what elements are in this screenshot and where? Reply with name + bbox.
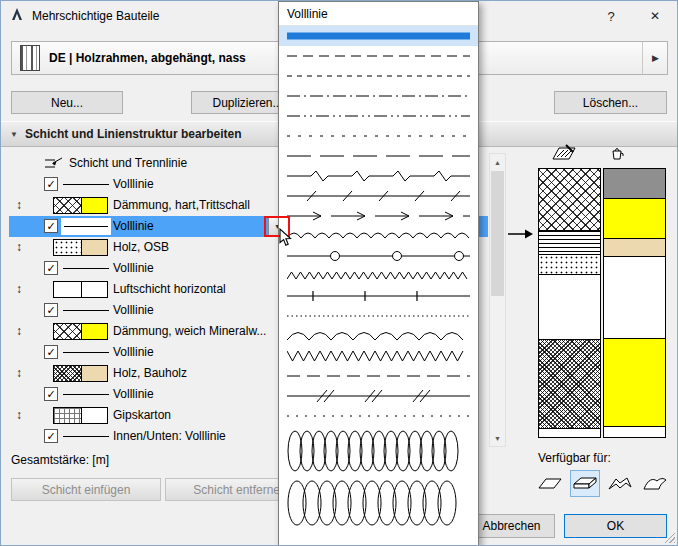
line-type-option[interactable] xyxy=(279,266,478,286)
line-type-option[interactable] xyxy=(279,386,478,406)
separator-label: Volllinie xyxy=(113,216,154,237)
preview-surface-column xyxy=(603,168,666,438)
cut-fill-swatch[interactable] xyxy=(53,197,82,214)
surface-swatch[interactable] xyxy=(81,407,108,424)
separator-checkbox[interactable]: ✓ xyxy=(44,177,58,191)
line-type-option[interactable] xyxy=(279,66,478,86)
surface-band xyxy=(604,169,665,199)
separator-label: Innen/Unten: Volllinie xyxy=(113,426,226,447)
cut-fill-swatch[interactable] xyxy=(53,365,82,382)
line-type-option[interactable] xyxy=(279,226,478,246)
line-pattern-spike-zigzag xyxy=(287,168,470,184)
drag-handle-icon[interactable]: ↕ xyxy=(16,321,22,342)
collapse-triangle-icon[interactable]: ▼ xyxy=(10,130,18,139)
drag-handle-icon[interactable]: ↕ xyxy=(16,363,22,384)
line-type-option[interactable] xyxy=(279,126,478,146)
drag-handle-icon[interactable]: ↕ xyxy=(16,279,22,300)
surface-swatch[interactable] xyxy=(81,365,108,382)
cut-fill-swatch[interactable] xyxy=(53,239,82,256)
delete-button[interactable]: Löschen... xyxy=(554,91,667,114)
separator-label: Volllinie xyxy=(113,342,154,363)
composite-thumbnail-icon xyxy=(20,45,40,71)
line-sample xyxy=(64,226,108,227)
cut-fill-swatch[interactable] xyxy=(53,281,82,298)
separator-checkbox[interactable]: ✓ xyxy=(44,429,58,443)
wall-icon[interactable] xyxy=(535,470,565,497)
popup-title: Volllinie xyxy=(279,2,478,26)
surface-swatch[interactable] xyxy=(81,239,108,256)
line-type-option[interactable] xyxy=(279,426,478,476)
total-thickness-label: Gesamtstärke: [m] xyxy=(11,453,109,467)
line-type-option[interactable] xyxy=(279,346,478,366)
line-pattern-dash-xlong xyxy=(287,148,470,164)
shell-icon[interactable] xyxy=(640,470,670,497)
slab-icon[interactable] xyxy=(570,470,600,497)
line-pattern-dash-slash xyxy=(287,388,470,404)
line-type-option[interactable] xyxy=(279,26,478,46)
availability-options xyxy=(535,470,670,497)
line-pattern-scallop-large xyxy=(287,328,470,344)
surface-band xyxy=(604,427,665,437)
section-title: Schicht und Linienstruktur bearbeiten xyxy=(25,127,242,141)
cut-band xyxy=(539,169,600,231)
preview-cut-column xyxy=(538,168,601,438)
line-type-list xyxy=(279,26,478,530)
line-type-option[interactable] xyxy=(279,476,478,530)
line-type-option[interactable] xyxy=(279,366,478,386)
drag-handle-icon[interactable]: ↕ xyxy=(16,237,22,258)
cut-fill-swatch[interactable] xyxy=(53,407,82,424)
cut-band xyxy=(539,429,600,437)
line-sample xyxy=(63,394,109,395)
separator-checkbox[interactable]: ✓ xyxy=(44,261,58,275)
line-type-option[interactable] xyxy=(279,326,478,346)
line-type-option[interactable] xyxy=(279,246,478,266)
separator-checkbox[interactable]: ✓ xyxy=(44,219,58,233)
line-type-option[interactable] xyxy=(279,186,478,206)
composite-structures-dialog: Mehrschichtige Bauteile ? ✕ DE | Holzrah… xyxy=(0,0,678,546)
line-type-option[interactable] xyxy=(279,146,478,166)
line-type-option[interactable] xyxy=(279,206,478,226)
close-button[interactable]: ✕ xyxy=(633,1,677,31)
separator-label: Volllinie xyxy=(113,174,154,195)
new-button[interactable]: Neu... xyxy=(11,91,123,114)
line-pattern-dash-dot xyxy=(287,88,470,104)
surface-band xyxy=(604,257,665,339)
scroll-down-icon[interactable]: ▼ xyxy=(490,430,505,446)
line-type-option[interactable] xyxy=(279,406,478,426)
insert-layer-button[interactable]: Schicht einfügen xyxy=(11,478,161,501)
surface-swatch[interactable] xyxy=(81,281,108,298)
line-pattern-dash-dot-dot xyxy=(287,108,470,124)
line-type-option[interactable] xyxy=(279,286,478,306)
cut-band xyxy=(539,275,600,340)
selected-separator-arrow-icon xyxy=(508,228,534,243)
composite-name: DE | Holzrahmen, abgehängt, nass xyxy=(49,51,246,65)
surface-pen-icon[interactable] xyxy=(607,144,627,165)
line-type-option[interactable] xyxy=(279,86,478,106)
help-button[interactable]: ? xyxy=(589,1,633,31)
layer-label: Luftschicht horizontal xyxy=(113,279,226,300)
list-scrollbar[interactable]: ▲ ▼ xyxy=(489,153,506,447)
surface-swatch[interactable] xyxy=(81,323,108,340)
line-type-option[interactable] xyxy=(279,166,478,186)
line-type-option[interactable] xyxy=(279,306,478,326)
separator-checkbox[interactable]: ✓ xyxy=(44,345,58,359)
drag-handle-icon[interactable]: ↕ xyxy=(16,405,22,426)
separator-checkbox[interactable]: ✓ xyxy=(44,303,58,317)
surface-swatch[interactable] xyxy=(81,197,108,214)
separator-checkbox[interactable]: ✓ xyxy=(44,387,58,401)
expand-arrow-icon[interactable]: ▶ xyxy=(642,42,659,74)
line-sample xyxy=(63,268,109,269)
roof-icon[interactable] xyxy=(605,470,635,497)
ok-button[interactable]: OK xyxy=(564,514,667,538)
cut-fill-swatch[interactable] xyxy=(53,323,82,340)
cancel-button[interactable]: Abbrechen xyxy=(468,514,555,538)
window-title: Mehrschichtige Bauteile xyxy=(32,9,159,23)
line-type-option[interactable] xyxy=(279,106,478,126)
line-pattern-circles xyxy=(287,248,470,264)
scrollbar-thumb[interactable] xyxy=(491,171,504,296)
cut-fill-pen-icon[interactable] xyxy=(552,144,576,164)
surface-band xyxy=(604,239,665,257)
line-type-option[interactable] xyxy=(279,46,478,66)
drag-handle-icon[interactable]: ↕ xyxy=(16,195,22,216)
scroll-up-icon[interactable]: ▲ xyxy=(490,154,505,170)
